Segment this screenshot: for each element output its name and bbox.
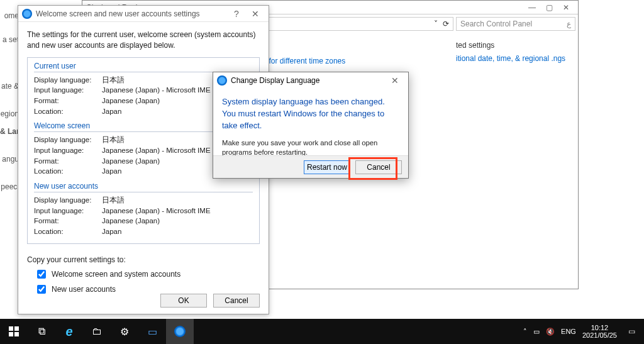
- start-button[interactable]: [0, 319, 28, 344]
- group-heading: New user accounts: [34, 182, 253, 191]
- ie-icon[interactable]: e: [55, 319, 83, 344]
- close-icon[interactable]: ✕: [246, 9, 265, 19]
- related-heading: ted settings: [456, 41, 574, 50]
- svg-rect-1: [14, 326, 19, 331]
- search-icon: ع: [567, 19, 571, 28]
- restart-now-button[interactable]: Restart now: [304, 160, 350, 174]
- group-heading: Current user: [34, 62, 253, 70]
- maximize-icon[interactable]: ▢: [541, 3, 558, 12]
- globe-icon: [217, 75, 227, 86]
- copy-heading: Copy your current settings to:: [27, 255, 260, 264]
- ok-button[interactable]: OK: [160, 294, 207, 308]
- cancel-button[interactable]: Cancel: [355, 160, 402, 174]
- cancel-button[interactable]: Cancel: [213, 294, 260, 308]
- tray-chevron-icon[interactable]: ˄: [523, 328, 527, 336]
- svg-rect-2: [9, 332, 13, 336]
- search-input[interactable]: Search Control Panel ع: [456, 17, 575, 31]
- bg-left-nav: ome a set ate & egion & Lan angu peecl: [0, 0, 19, 314]
- action-center-icon[interactable]: ▭: [623, 327, 640, 336]
- dialog-title: Change Display Language: [231, 76, 386, 85]
- close-icon[interactable]: ✕: [558, 3, 574, 12]
- task-view-icon[interactable]: ⧉: [28, 319, 55, 344]
- message-text: System display language has been changed…: [213, 89, 408, 135]
- globe-icon: [22, 9, 32, 19]
- related-link[interactable]: itional date, time, & regional .ngs: [456, 53, 574, 64]
- close-icon[interactable]: ✕: [386, 75, 404, 86]
- intro-text: The settings for the current user, welco…: [27, 30, 260, 51]
- settings-icon[interactable]: ⚙: [111, 319, 138, 344]
- tray-network-icon[interactable]: ▭: [533, 328, 540, 336]
- chk-welcome-system[interactable]: Welcome screen and system accounts: [27, 268, 260, 280]
- dropdown-icon[interactable]: ˅: [434, 19, 438, 28]
- refresh-icon[interactable]: ⟳: [443, 19, 449, 28]
- dialog-title: Welcome screen and new user accounts set…: [36, 9, 227, 18]
- change-display-language-dialog: Change Display Language ✕ System display…: [213, 72, 409, 179]
- tray-volume-icon[interactable]: 🔇: [546, 328, 555, 336]
- taskbar-app-active[interactable]: [166, 319, 194, 344]
- svg-rect-0: [9, 326, 13, 331]
- taskbar-app[interactable]: ▭: [138, 319, 166, 344]
- file-explorer-icon[interactable]: 🗀: [83, 319, 111, 344]
- svg-rect-3: [14, 332, 19, 336]
- tray-language[interactable]: ENG: [561, 328, 576, 335]
- help-icon[interactable]: ?: [227, 9, 246, 19]
- tray-clock[interactable]: 10:12 2021/05/25: [582, 324, 617, 339]
- minimize-icon[interactable]: —: [523, 3, 541, 12]
- taskbar: ⧉ e 🗀 ⚙ ▭ ˄ ▭ 🔇 ENG 10:12 2021/05/25 ▭: [0, 319, 644, 344]
